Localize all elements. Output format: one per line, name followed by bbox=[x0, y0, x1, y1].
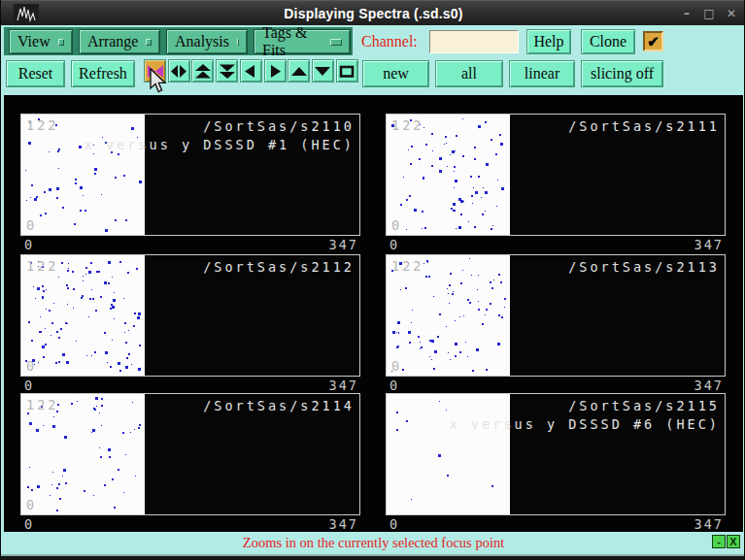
data-point bbox=[439, 401, 440, 402]
data-point bbox=[65, 482, 67, 484]
expand-horizontal-button[interactable] bbox=[168, 59, 190, 82]
data-point bbox=[27, 486, 29, 488]
clone-button[interactable]: Clone bbox=[581, 29, 635, 54]
y-min-label: 0 bbox=[391, 358, 402, 374]
data-point bbox=[482, 214, 484, 215]
up-arrow-button[interactable] bbox=[288, 59, 310, 82]
x-max-label: 347 bbox=[329, 378, 358, 393]
status-message: Zooms in on the currently selected focus… bbox=[243, 535, 504, 551]
menu-view-label: View bbox=[17, 33, 51, 50]
menu-view[interactable]: View bbox=[9, 29, 73, 54]
data-point bbox=[49, 310, 51, 312]
up-arrow-icon bbox=[289, 63, 309, 80]
data-point bbox=[125, 454, 126, 455]
data-point bbox=[447, 166, 448, 167]
full-view-icon bbox=[337, 63, 356, 80]
data-point bbox=[45, 213, 47, 214]
data-point bbox=[408, 331, 411, 334]
reset-button[interactable]: Reset bbox=[6, 60, 65, 87]
minimize-icon[interactable]: – bbox=[680, 7, 694, 20]
data-point bbox=[476, 348, 479, 351]
left-arrow-button[interactable] bbox=[240, 59, 262, 82]
data-point bbox=[63, 469, 66, 472]
data-point bbox=[454, 210, 456, 212]
data-point bbox=[40, 331, 42, 333]
channel-input[interactable] bbox=[429, 30, 519, 53]
data-point bbox=[496, 206, 497, 207]
data-point bbox=[397, 321, 400, 324]
data-point bbox=[128, 330, 129, 331]
zoom-focus-button[interactable] bbox=[144, 59, 166, 82]
data-point bbox=[40, 316, 41, 317]
menu-tags-fits[interactable]: Tags & Fits bbox=[254, 29, 351, 54]
data-point bbox=[428, 276, 430, 278]
spectrum-panel-s2114[interactable]: 1220/SortSas/s2114 bbox=[20, 393, 360, 515]
spectrum-panel-s2110[interactable]: 1220/SortSas/s2110 x versus y DSSSD #1 (… bbox=[20, 114, 360, 236]
spectrum-panel-s2112[interactable]: 1220/SortSas/s2112 bbox=[20, 254, 360, 377]
x-axis-labels: 0347 bbox=[386, 377, 726, 393]
data-point bbox=[76, 341, 77, 342]
close-icon[interactable]: ✕ bbox=[725, 7, 738, 20]
data-point bbox=[38, 362, 39, 363]
data-point bbox=[115, 219, 117, 221]
data-point bbox=[94, 168, 97, 171]
data-point bbox=[118, 469, 119, 471]
data-point bbox=[478, 301, 479, 302]
data-point bbox=[411, 322, 412, 323]
data-point bbox=[485, 314, 486, 315]
data-point bbox=[474, 147, 476, 148]
linear-button[interactable]: linear bbox=[509, 60, 575, 87]
data-point bbox=[453, 203, 456, 206]
spectrum-panel-s2111[interactable]: 1220/SortSas/s2111 bbox=[386, 114, 726, 236]
data-point bbox=[453, 291, 454, 292]
data-point bbox=[447, 475, 449, 477]
help-button[interactable]: Help bbox=[526, 29, 571, 54]
data-point bbox=[409, 342, 411, 344]
down-arrow-button[interactable] bbox=[312, 59, 334, 82]
maximize-icon[interactable]: □ bbox=[702, 7, 716, 20]
spectrum-cell: 1220/SortSas/s21130347 bbox=[386, 254, 726, 393]
data-point bbox=[58, 168, 59, 169]
data-point bbox=[396, 346, 398, 348]
data-point bbox=[40, 214, 42, 216]
data-point bbox=[125, 342, 127, 344]
data-point bbox=[429, 340, 431, 342]
x-min-label: 0 bbox=[389, 237, 399, 252]
refresh-button[interactable]: Refresh bbox=[71, 60, 135, 87]
statusbar-minimize-icon[interactable]: - bbox=[712, 535, 726, 548]
new-button[interactable]: new bbox=[362, 60, 429, 87]
full-view-button[interactable] bbox=[336, 59, 358, 82]
data-point bbox=[50, 495, 51, 496]
all-button[interactable]: all bbox=[435, 60, 503, 87]
double-down-button[interactable] bbox=[216, 59, 238, 82]
data-point bbox=[46, 309, 47, 310]
data-point bbox=[28, 321, 30, 323]
double-up-button[interactable] bbox=[191, 59, 214, 82]
data-point bbox=[123, 298, 124, 299]
data-point bbox=[459, 351, 461, 353]
data-point bbox=[37, 287, 40, 290]
data-point bbox=[51, 335, 51, 336]
right-arrow-button[interactable] bbox=[264, 59, 287, 82]
spectrum-panel-s2113[interactable]: 1220/SortSas/s2113 bbox=[386, 254, 726, 377]
spectrum-cell: 1220/SortSas/s21110347 bbox=[386, 114, 726, 252]
data-point bbox=[99, 412, 100, 413]
spectrum-title: /SortSas/s2110 x versus y DSSSD #1 (HEC) bbox=[85, 117, 355, 154]
statusbar-close-icon[interactable]: X bbox=[727, 535, 740, 548]
data-point bbox=[98, 271, 100, 273]
menu-arrange[interactable]: Arrange bbox=[79, 29, 160, 54]
slicing-button[interactable]: slicing off bbox=[581, 60, 663, 87]
spectrum-panel-s2115[interactable]: /SortSas/s2115 x versus y DSSSD #6 (HEC) bbox=[386, 393, 726, 515]
y-max-label: 122 bbox=[26, 397, 58, 412]
checkmark-toggle[interactable]: ✔ bbox=[643, 31, 663, 51]
data-point bbox=[29, 467, 30, 468]
data-point bbox=[67, 270, 69, 272]
data-point bbox=[418, 336, 420, 338]
data-point bbox=[85, 210, 86, 212]
menu-analysis[interactable]: Analysis bbox=[166, 29, 248, 54]
data-point bbox=[85, 274, 86, 275]
data-point bbox=[469, 258, 470, 259]
data-point bbox=[114, 507, 116, 509]
data-point bbox=[28, 142, 31, 145]
data-point bbox=[479, 126, 481, 128]
